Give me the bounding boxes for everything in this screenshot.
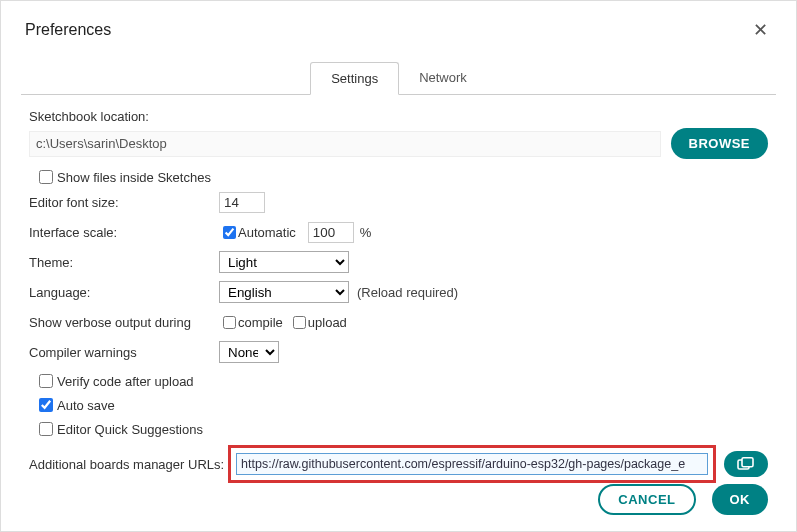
dialog-footer: CANCEL OK: [598, 484, 768, 515]
theme-label: Theme:: [29, 255, 219, 270]
verify-upload-label: Verify code after upload: [57, 374, 194, 389]
language-select[interactable]: English: [219, 281, 349, 303]
sketchbook-label: Sketchbook location:: [29, 109, 768, 124]
dialog-title: Preferences: [25, 21, 111, 39]
verify-upload-checkbox[interactable]: [39, 374, 53, 388]
cancel-button[interactable]: CANCEL: [598, 484, 695, 515]
interface-scale-label: Interface scale:: [29, 225, 219, 240]
language-label: Language:: [29, 285, 219, 300]
compiler-warnings-select[interactable]: None: [219, 341, 279, 363]
preferences-dialog: Preferences ✕ Settings Network Sketchboo…: [0, 0, 797, 532]
browse-button[interactable]: BROWSE: [671, 128, 769, 159]
tab-settings[interactable]: Settings: [310, 62, 399, 95]
quick-suggestions-checkbox[interactable]: [39, 422, 53, 436]
verbose-compile-checkbox[interactable]: [223, 316, 236, 329]
ok-button[interactable]: OK: [712, 484, 769, 515]
font-size-input[interactable]: [219, 192, 265, 213]
compiler-warnings-label: Compiler warnings: [29, 345, 219, 360]
scale-automatic-label: Automatic: [238, 225, 296, 240]
svg-rect-1: [742, 458, 753, 467]
auto-save-checkbox[interactable]: [39, 398, 53, 412]
tab-network[interactable]: Network: [399, 62, 487, 95]
theme-select[interactable]: Light: [219, 251, 349, 273]
new-window-icon: [737, 457, 755, 471]
dialog-header: Preferences ✕: [1, 1, 796, 53]
show-files-label: Show files inside Sketches: [57, 170, 211, 185]
reload-note: (Reload required): [357, 285, 458, 300]
scale-percent-label: %: [360, 225, 372, 240]
auto-save-label: Auto save: [57, 398, 115, 413]
scale-value-input[interactable]: [308, 222, 354, 243]
boards-url-input[interactable]: [236, 453, 708, 475]
verbose-label: Show verbose output during: [29, 315, 219, 330]
close-icon[interactable]: ✕: [749, 15, 772, 45]
sketchbook-path[interactable]: c:\Users\sarin\Desktop: [29, 131, 661, 157]
boards-url-label: Additional boards manager URLs:: [29, 457, 224, 472]
scale-automatic-checkbox[interactable]: [223, 226, 236, 239]
verbose-compile-label: compile: [238, 315, 283, 330]
show-files-checkbox[interactable]: [39, 170, 53, 184]
verbose-upload-checkbox[interactable]: [293, 316, 306, 329]
tab-bar: Settings Network: [21, 61, 776, 95]
quick-suggestions-label: Editor Quick Suggestions: [57, 422, 203, 437]
verbose-upload-label: upload: [308, 315, 347, 330]
open-urls-window-button[interactable]: [724, 451, 768, 477]
boards-url-highlight: [228, 445, 716, 483]
font-size-label: Editor font size:: [29, 195, 219, 210]
settings-panel: Sketchbook location: c:\Users\sarin\Desk…: [1, 95, 796, 483]
